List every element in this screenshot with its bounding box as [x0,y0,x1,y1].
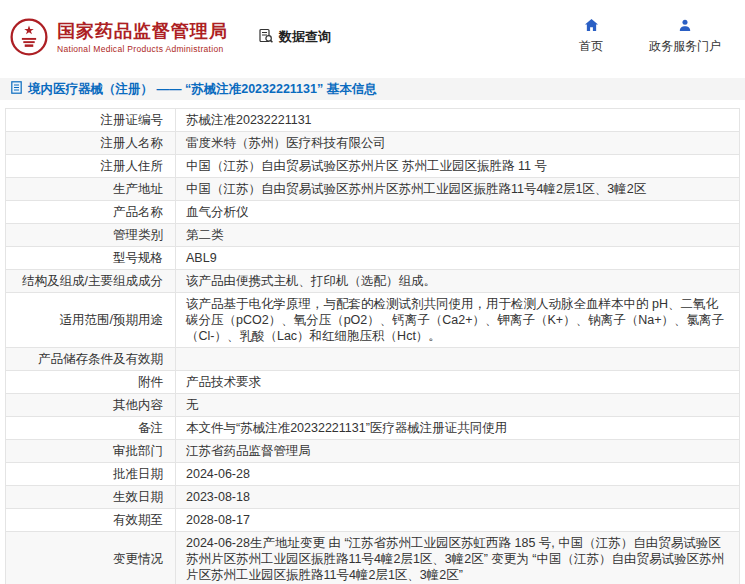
table-row: 结构及组成/主要组成成分该产品由便携式主机、打印机（选配）组成。 [6,270,740,293]
header: 国家药品监督管理局 National Medical Products Admi… [0,0,745,72]
row-value: 本文件与“苏械注准20232221131”医疗器械注册证共同使用 [176,417,740,440]
table-row: 适用范围/预期用途该产品基于电化学原理，与配套的检测试剂共同使用，用于检测人动脉… [6,293,740,348]
row-value: 第二类 [176,224,740,247]
row-value: 无 [176,394,740,417]
row-value: 中国（江苏）自由贸易试验区苏州片区 苏州工业园区振胜路 11 号 [176,155,740,178]
national-emblem-icon [10,18,48,56]
row-label: 注册人住所 [6,155,176,178]
table-row: 附件产品技术要求 [6,371,740,394]
row-value: 江苏省药品监督管理局 [176,440,740,463]
org-name-en: National Medical Products Administration [57,44,228,54]
table-row: 有效期至2028-08-17 [6,509,740,532]
home-icon [584,19,599,35]
row-label: 注册人名称 [6,132,176,155]
nav-portal[interactable]: 政务服务门户 [649,19,721,55]
row-label: 生效日期 [6,486,176,509]
brand: 国家药品监督管理局 National Medical Products Admi… [10,18,228,56]
row-label: 备注 [6,417,176,440]
brand-text: 国家药品监督管理局 National Medical Products Admi… [57,20,228,54]
table-row: 生效日期2023-08-18 [6,486,740,509]
table-row: 变更情况2024-06-28生产地址变更 由 “江苏省苏州工业园区苏虹西路 18… [6,532,740,584]
table-row: 注册人名称雷度米特（苏州）医疗科技有限公司 [6,132,740,155]
row-value: 雷度米特（苏州）医疗科技有限公司 [176,132,740,155]
row-value: 产品技术要求 [176,371,740,394]
person-icon [678,19,692,35]
row-label: 变更情况 [6,532,176,584]
table-row: 产品储存条件及有效期 [6,348,740,371]
table-row: 批准日期2024-06-28 [6,463,740,486]
row-label: 适用范围/预期用途 [6,293,176,348]
table-row: 管理类别第二类 [6,224,740,247]
row-value: 苏械注准20232221131 [176,109,740,132]
table-row: 审批部门江苏省药品监督管理局 [6,440,740,463]
row-value: ABL9 [176,247,740,270]
row-value: 2024-06-28 [176,463,740,486]
row-value: 2024-06-28生产地址变更 由 “江苏省苏州工业园区苏虹西路 185 号,… [176,532,740,584]
row-value: 中国（江苏）自由贸易试验区苏州片区苏州工业园区振胜路11号4幢2层1区、3幢2区 [176,178,740,201]
info-table: 注册证编号苏械注准20232221131注册人名称雷度米特（苏州）医疗科技有限公… [5,108,740,584]
row-label: 审批部门 [6,440,176,463]
table-row: 注册人住所中国（江苏）自由贸易试验区苏州片区 苏州工业园区振胜路 11 号 [6,155,740,178]
table-row: 备注本文件与“苏械注准20232221131”医疗器械注册证共同使用 [6,417,740,440]
row-value: 2023-08-18 [176,486,740,509]
row-value: 血气分析仪 [176,201,740,224]
org-name: 国家药品监督管理局 [57,20,228,42]
table-row: 注册证编号苏械注准20232221131 [6,109,740,132]
row-label: 结构及组成/主要组成成分 [6,270,176,293]
row-label: 产品储存条件及有效期 [6,348,176,371]
nav-home[interactable]: 首页 [579,19,603,55]
row-label: 产品名称 [6,201,176,224]
info-table-body: 注册证编号苏械注准20232221131注册人名称雷度米特（苏州）医疗科技有限公… [6,109,740,584]
row-label: 有效期至 [6,509,176,532]
table-row: 型号规格ABL9 [6,247,740,270]
data-query-icon [258,28,274,47]
row-label: 注册证编号 [6,109,176,132]
nav-portal-label: 政务服务门户 [649,38,721,55]
row-label: 批准日期 [6,463,176,486]
row-value: 该产品基于电化学原理，与配套的检测试剂共同使用，用于检测人动脉全血样本中的 pH… [176,293,740,348]
row-value: 2028-08-17 [176,509,740,532]
row-label: 其他内容 [6,394,176,417]
breadcrumb: 境内医疗器械（注册） —— “苏械注准20232221131” 基本信息 [0,78,745,100]
row-label: 生产地址 [6,178,176,201]
nav-home-label: 首页 [579,38,603,55]
row-label: 附件 [6,371,176,394]
data-query-button[interactable]: 数据查询 [258,28,331,47]
row-value: 该产品由便携式主机、打印机（选配）组成。 [176,270,740,293]
table-row: 产品名称血气分析仪 [6,201,740,224]
table-row: 生产地址中国（江苏）自由贸易试验区苏州片区苏州工业园区振胜路11号4幢2层1区、… [6,178,740,201]
breadcrumb-text: 境内医疗器械（注册） —— “苏械注准20232221131” 基本信息 [28,81,377,98]
table-row: 其他内容无 [6,394,740,417]
row-label: 型号规格 [6,247,176,270]
data-query-label: 数据查询 [279,28,331,46]
row-label: 管理类别 [6,224,176,247]
document-icon [11,81,22,97]
row-value [176,348,740,371]
